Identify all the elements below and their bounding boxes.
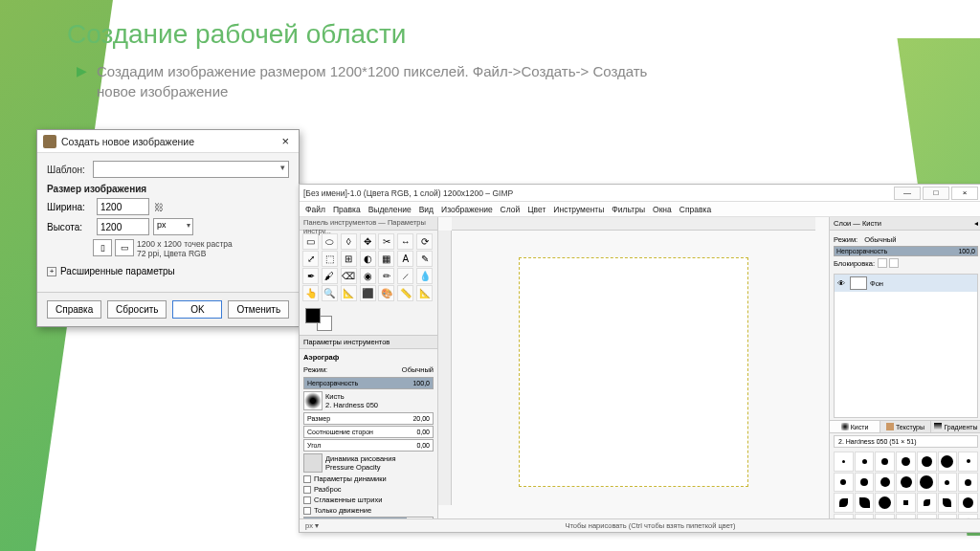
brush-cell[interactable] bbox=[855, 452, 875, 472]
status-unit[interactable]: px ▾ bbox=[305, 521, 319, 530]
brush-cell[interactable] bbox=[834, 514, 854, 518]
canvas[interactable] bbox=[519, 257, 748, 487]
landscape-button[interactable]: ▭ bbox=[115, 239, 134, 256]
brush-cell[interactable] bbox=[917, 493, 937, 513]
brush-cell[interactable] bbox=[938, 452, 958, 472]
motion-check[interactable] bbox=[303, 507, 311, 515]
brush-cell[interactable] bbox=[938, 514, 958, 518]
color-selector[interactable] bbox=[305, 308, 332, 331]
brush-cell[interactable] bbox=[875, 452, 895, 472]
menu-инструменты[interactable]: Инструменты bbox=[553, 205, 604, 214]
brush-cell[interactable] bbox=[855, 493, 875, 513]
tool-16[interactable]: ⌫ bbox=[341, 268, 357, 284]
brush-cell[interactable] bbox=[917, 452, 937, 472]
template-combo[interactable] bbox=[93, 161, 289, 178]
menu-цвет[interactable]: Цвет bbox=[527, 205, 546, 214]
panel-menu-icon[interactable]: ◂ bbox=[974, 219, 978, 228]
tool-13[interactable]: ✎ bbox=[416, 251, 433, 267]
layer-list[interactable]: 👁 Фон bbox=[834, 274, 978, 418]
tool-23[interactable]: 📐 bbox=[341, 285, 357, 301]
tool-10[interactable]: ◐ bbox=[360, 251, 376, 267]
menu-фильтры[interactable]: Фильтры bbox=[612, 205, 645, 214]
canvas-area[interactable] bbox=[438, 217, 829, 518]
layer-mode-value[interactable]: Обычный bbox=[864, 235, 978, 244]
lock-alpha-icon[interactable] bbox=[889, 258, 899, 268]
tool-21[interactable]: 👆 bbox=[302, 285, 319, 301]
portrait-button[interactable]: ▯ bbox=[93, 239, 112, 256]
brush-cell[interactable] bbox=[958, 452, 978, 472]
layer-opacity-slider[interactable]: Непрозрачность100,0 bbox=[834, 246, 978, 256]
mode-value[interactable]: Обычный bbox=[402, 365, 434, 374]
smooth-check[interactable] bbox=[303, 496, 311, 504]
brush-cell[interactable] bbox=[834, 473, 854, 493]
tool-7[interactable]: ⤢ bbox=[302, 251, 319, 267]
tab-textures[interactable]: Текстуры bbox=[880, 421, 931, 432]
brush-cell[interactable] bbox=[834, 452, 854, 472]
menu-вид[interactable]: Вид bbox=[419, 205, 434, 214]
brush-preview-icon[interactable] bbox=[303, 391, 323, 410]
brush-cell[interactable] bbox=[834, 493, 854, 513]
lock-pixels-icon[interactable] bbox=[878, 258, 887, 268]
size-field[interactable]: Размер20,00 bbox=[303, 412, 434, 425]
tool-27[interactable]: 📐 bbox=[416, 285, 433, 301]
menu-окна[interactable]: Окна bbox=[653, 205, 672, 214]
brush-cell[interactable] bbox=[917, 514, 937, 518]
brush-cell[interactable] bbox=[896, 493, 916, 513]
window-close-button[interactable]: × bbox=[951, 187, 978, 200]
tab-brushes[interactable]: Кисти bbox=[830, 421, 880, 432]
scatter-check[interactable] bbox=[303, 486, 311, 494]
foreground-color[interactable] bbox=[305, 308, 321, 323]
unit-combo[interactable]: px bbox=[153, 218, 193, 235]
tool-3[interactable]: ✥ bbox=[360, 233, 376, 250]
tool-6[interactable]: ⟳ bbox=[416, 233, 433, 250]
reset-button[interactable]: Сбросить bbox=[107, 300, 167, 319]
menu-слой[interactable]: Слой bbox=[501, 205, 521, 214]
maximize-button[interactable]: □ bbox=[923, 187, 949, 200]
advanced-expander[interactable]: + Расширенные параметры bbox=[47, 266, 289, 276]
brush-cell[interactable] bbox=[875, 514, 895, 518]
tool-25[interactable]: 🎨 bbox=[378, 285, 394, 301]
ok-button[interactable]: OK bbox=[172, 300, 222, 319]
tool-17[interactable]: ◉ bbox=[360, 268, 376, 284]
tool-5[interactable]: ↔ bbox=[397, 233, 413, 250]
cancel-button[interactable]: Отменить bbox=[228, 300, 289, 319]
brush-cell[interactable] bbox=[958, 493, 978, 513]
tool-19[interactable]: ⟋ bbox=[397, 268, 413, 284]
tool-9[interactable]: ⊞ bbox=[341, 251, 357, 267]
brush-cell[interactable] bbox=[855, 514, 875, 518]
tool-22[interactable]: 🔍 bbox=[322, 285, 338, 301]
close-icon[interactable]: × bbox=[278, 134, 293, 148]
tool-24[interactable]: ⬛ bbox=[360, 285, 376, 301]
menu-правка[interactable]: Правка bbox=[333, 205, 361, 214]
width-input[interactable]: 1200 bbox=[97, 198, 149, 215]
tool-1[interactable]: ⬭ bbox=[322, 233, 338, 250]
chain-icon[interactable]: ⛓ bbox=[153, 202, 165, 212]
brush-cell[interactable] bbox=[917, 473, 937, 493]
tool-15[interactable]: 🖌 bbox=[322, 268, 338, 284]
layer-item[interactable]: 👁 Фон bbox=[835, 275, 977, 292]
dynamics-params-check[interactable] bbox=[303, 475, 311, 483]
angle-field[interactable]: Угол0,00 bbox=[303, 439, 434, 452]
aspect-field[interactable]: Соотношение сторон0,00 bbox=[303, 426, 434, 438]
rate-slider[interactable]: Скорость80,0 bbox=[303, 517, 434, 518]
menu-выделение[interactable]: Выделение bbox=[368, 205, 412, 214]
brush-cell[interactable] bbox=[896, 452, 916, 472]
height-input[interactable]: 1200 bbox=[97, 218, 149, 235]
tool-12[interactable]: A bbox=[397, 251, 413, 267]
tab-gradients[interactable]: Градиенты bbox=[931, 421, 980, 432]
tool-0[interactable]: ▭ bbox=[302, 233, 319, 250]
brush-cell[interactable] bbox=[855, 473, 875, 493]
brush-cell[interactable] bbox=[896, 473, 916, 493]
brush-cell[interactable] bbox=[875, 473, 895, 493]
tool-11[interactable]: ▦ bbox=[378, 251, 394, 267]
menu-изображение[interactable]: Изображение bbox=[441, 205, 493, 214]
tool-8[interactable]: ⬚ bbox=[322, 251, 338, 267]
brush-cell[interactable] bbox=[938, 473, 958, 493]
help-button[interactable]: Справка bbox=[47, 300, 101, 319]
brush-cell[interactable] bbox=[958, 514, 978, 518]
tool-4[interactable]: ✂ bbox=[378, 233, 394, 250]
tool-20[interactable]: 💧 bbox=[416, 268, 433, 284]
tool-14[interactable]: ✒ bbox=[302, 268, 319, 284]
tool-18[interactable]: ✏ bbox=[378, 268, 394, 284]
tool-2[interactable]: ◊ bbox=[341, 233, 357, 250]
